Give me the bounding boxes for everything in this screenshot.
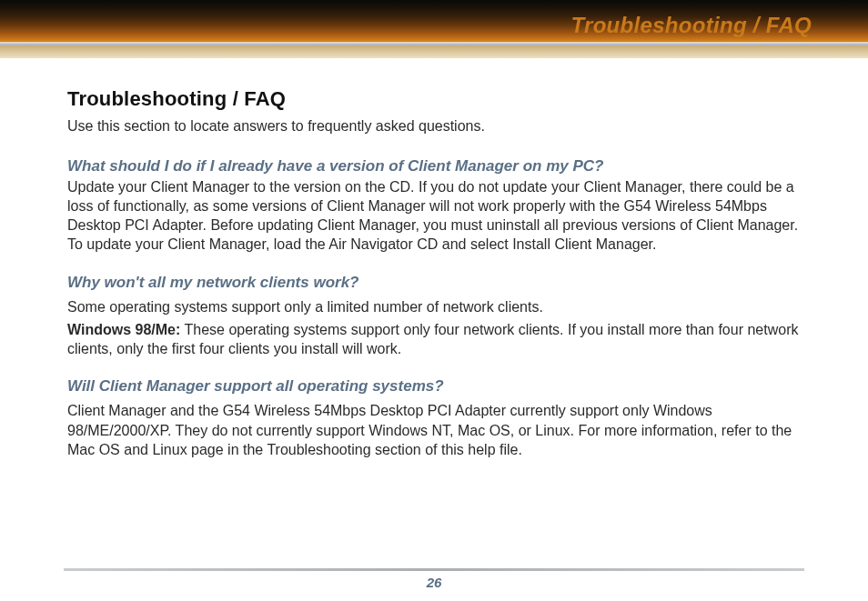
header-band: Troubleshooting / FAQ [0, 0, 868, 60]
faq-extra-label: Windows 98/Me: [67, 322, 180, 337]
page-number: 26 [0, 575, 868, 590]
faq-item: Why won't all my network clients work? S… [67, 273, 812, 359]
faq-answer: Update your Client Manager to the versio… [67, 177, 812, 255]
footer-divider [64, 568, 804, 571]
faq-answer-extra: Windows 98/Me: These operating systems s… [67, 320, 812, 359]
footer: 26 [0, 568, 868, 590]
faq-question: Will Client Manager support all operatin… [67, 376, 812, 397]
faq-answer: Client Manager and the G54 Wireless 54Mb… [67, 401, 812, 459]
faq-answer: Some operating systems support only a li… [67, 297, 812, 316]
faq-item: Will Client Manager support all operatin… [67, 376, 812, 459]
faq-question: Why won't all my network clients work? [67, 273, 812, 294]
header-title: Troubleshooting / FAQ [570, 13, 812, 38]
content-area: Troubleshooting / FAQ Use this section t… [0, 60, 868, 459]
page-heading: Troubleshooting / FAQ [67, 87, 812, 111]
faq-question: What should I do if I already have a ver… [67, 156, 812, 177]
header-divider [0, 45, 868, 58]
intro-text: Use this section to locate answers to fr… [67, 116, 812, 136]
faq-item: What should I do if I already have a ver… [67, 156, 812, 255]
